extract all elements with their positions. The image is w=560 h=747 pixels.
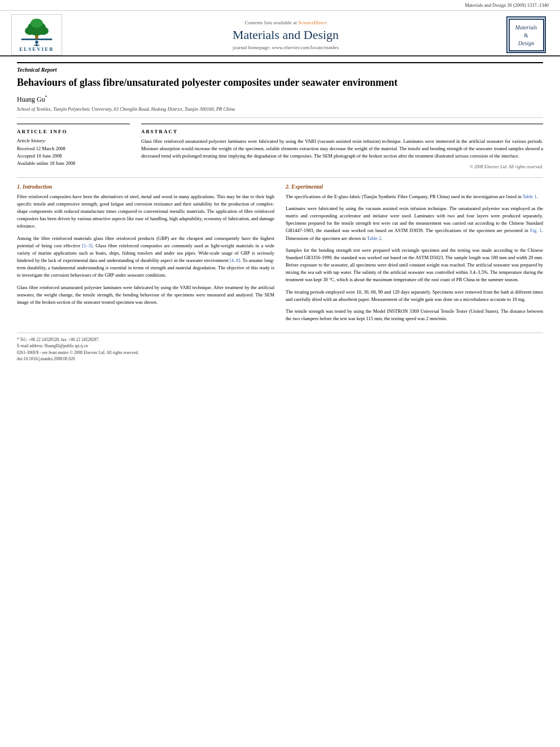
available-date: Available online 18 June 2008 [17, 160, 130, 167]
svg-point-6 [35, 41, 38, 43]
abstract-title: ABSTRACT [141, 129, 543, 134]
svg-point-4 [38, 27, 49, 35]
received-date: Received 12 March 2008 [17, 145, 130, 152]
journal-logo-icon: Materials & Design [508, 18, 545, 52]
footnote-doi: doi:10.1016/j.matdes.2008.06.020 [17, 356, 543, 362]
ref-4-8[interactable]: [4–8] [230, 257, 240, 263]
abstract-text: Glass fibre reinforced unsaturated polye… [141, 138, 543, 159]
accepted-date: Accepted 10 June 2008 [17, 152, 130, 160]
journal-main-title: Materials and Design [233, 28, 339, 42]
introduction-section: 1. Introduction Fibre reinforced composi… [17, 184, 274, 327]
experimental-title: 2. Experimental [286, 184, 543, 190]
affiliation: School of Textiles, Tianjin Polytechnic … [17, 106, 543, 118]
abstract-column: ABSTRACT Glass fibre reinforced unsatura… [141, 124, 543, 171]
elsevier-logo: ELSEVIER [11, 14, 62, 55]
exp-paragraph-5: The tensile strength was tested by using… [286, 308, 543, 322]
footnote-email: E-mail address: HuangIli@public.tpt.tj.c… [17, 343, 543, 349]
abstract-box: ABSTRACT Glass fibre reinforced unsatura… [141, 124, 543, 169]
author-name: Huang Gu* [17, 95, 543, 104]
article-info-column: ARTICLE INFO Article history: Received 1… [17, 124, 130, 171]
article-meta-section: ARTICLE INFO Article history: Received 1… [17, 124, 543, 171]
article-info-box: ARTICLE INFO Article history: Received 1… [17, 124, 130, 167]
main-content: 1. Introduction Fibre reinforced composi… [17, 177, 543, 327]
article-info-title: ARTICLE INFO [17, 129, 130, 134]
copyright-line: © 2008 Elsevier Ltd. All rights reserved… [141, 164, 543, 169]
svg-text:Design: Design [517, 40, 533, 46]
exp-paragraph-3: Samples for the bending strength test we… [286, 247, 543, 284]
ref-1-3[interactable]: [1–3] [82, 243, 92, 248]
footnote-area: * Tel.: +86 22 24528528; fax: +86 22 245… [17, 333, 543, 362]
svg-point-5 [30, 18, 43, 27]
fig1-ref[interactable]: Fig. 1 [530, 228, 542, 233]
journal-header: ELSEVIER Contents lists available at Sci… [0, 11, 560, 56]
article-body: Technical Report Behaviours of glass fib… [0, 56, 560, 368]
sciencedirect-link[interactable]: ScienceDirect [298, 20, 326, 25]
footnote-issn: 0261-3069/$ - see front matter © 2008 El… [17, 350, 543, 356]
elsevier-text: ELSEVIER [19, 46, 54, 52]
sciencedirect-line: Contents lists available at ScienceDirec… [245, 20, 327, 25]
exp-paragraph-2: Laminates were fabricated by using the v… [286, 205, 543, 242]
page: Materials and Design 30 (2009) 1337–1340 [0, 0, 560, 747]
citation-text: Materials and Design 30 (2009) 1337–1340 [465, 2, 549, 8]
intro-paragraph-3: Glass fibre reinforced unsaturated polye… [17, 284, 274, 307]
intro-paragraph-2: Among the fibre reinforced materials gla… [17, 235, 274, 279]
citation-line: Materials and Design 30 (2009) 1337–1340 [0, 0, 560, 11]
article-type-label: Technical Report [17, 62, 543, 73]
footnote-tel: * Tel.: +86 22 24528528; fax: +86 22 245… [17, 337, 543, 343]
exp-paragraph-4: The treating periods employed were 10, 3… [286, 289, 543, 303]
table1-ref[interactable]: Table 1 [523, 194, 537, 199]
table2-ref[interactable]: Table 2 [367, 235, 381, 241]
svg-text:&: & [524, 32, 528, 38]
journal-homepage-link: journal homepage: www.elsevier.com/locat… [233, 45, 339, 50]
elsevier-tree-icon [17, 18, 56, 46]
intro-paragraph-1: Fibre reinforced composites have been th… [17, 193, 274, 230]
journal-logo-right: Materials & Design [504, 14, 549, 55]
journal-logo-box: Materials & Design [506, 16, 546, 53]
svg-text:Materials: Materials [514, 24, 537, 30]
journal-title-area: Contents lists available at ScienceDirec… [68, 14, 504, 55]
article-history: Article history: Received 12 March 2008 … [17, 138, 130, 167]
svg-point-3 [25, 27, 35, 35]
experimental-section: 2. Experimental The specifications of th… [286, 184, 543, 327]
exp-paragraph-1: The specifications of the E-glass fabric… [286, 193, 543, 200]
article-title: Behaviours of glass fibre/unsaturated po… [17, 76, 543, 89]
article-history-label: Article history: [17, 138, 130, 143]
introduction-title: 1. Introduction [17, 184, 274, 190]
